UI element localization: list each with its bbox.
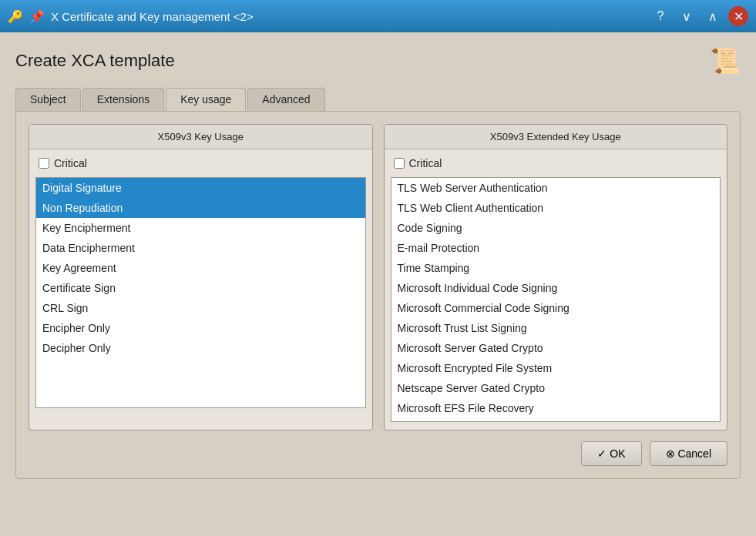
key-usage-critical-label: Critical [54, 157, 87, 169]
list-item[interactable]: CRL Sign [36, 298, 365, 318]
page-title-row: Create XCA template 📜 [15, 46, 741, 75]
tab-bar: Subject Extensions Key usage Advanced [15, 88, 741, 111]
list-item[interactable]: Digital Signature [36, 178, 365, 198]
list-item[interactable]: Data Encipherment [36, 238, 365, 258]
tab-advanced[interactable]: Advanced [247, 88, 324, 111]
main-content: Create XCA template 📜 Subject Extensions… [0, 32, 756, 493]
ext-key-usage-critical-row: Critical [391, 157, 721, 169]
list-item[interactable]: Microsoft Encrypted File System [391, 358, 721, 378]
extended-key-usage-list[interactable]: TLS Web Server Authentication TLS Web Cl… [391, 177, 721, 422]
key-usage-critical-row: Critical [35, 157, 366, 169]
tab-subject[interactable]: Subject [15, 88, 81, 111]
list-item[interactable]: Microsoft EFS File Recovery [391, 398, 721, 418]
titlebar: 🔑 📌 X Certificate and Key management <2>… [0, 0, 756, 32]
lock-icon: 🔑 [8, 8, 23, 24]
ext-key-usage-critical-label: Critical [409, 157, 442, 169]
list-item[interactable]: Netscape Server Gated Crypto [391, 378, 721, 398]
list-item[interactable]: TLS Web Server Authentication [391, 178, 721, 198]
key-usage-content: Critical Digital Signature Non Repudiati… [29, 149, 372, 416]
titlebar-left: 🔑 📌 X Certificate and Key management <2> [8, 8, 254, 24]
tab-key-usage[interactable]: Key usage [166, 88, 246, 111]
list-item[interactable]: Key Encipherment [36, 218, 365, 238]
footer: ✓ OK ⊗ Cancel [29, 430, 727, 466]
ext-key-usage-critical-checkbox[interactable] [394, 158, 405, 169]
help-button[interactable]: ? [650, 5, 671, 27]
cancel-button[interactable]: ⊗ Cancel [650, 441, 727, 466]
list-item[interactable]: Key Agreement [36, 258, 365, 278]
extended-key-usage-content: Critical TLS Web Server Authentication T… [385, 149, 727, 430]
key-usage-group: X509v3 Key Usage Critical Digital Signat… [29, 124, 373, 430]
maximize-button[interactable]: ∧ [702, 5, 724, 27]
key-usage-critical-checkbox[interactable] [39, 158, 49, 169]
list-item[interactable]: Code Signing [391, 218, 721, 238]
list-item[interactable]: Certificate Sign [36, 278, 365, 298]
extended-key-usage-group: X509v3 Extended Key Usage Critical TLS W… [384, 124, 728, 430]
list-item[interactable]: Time Stamping [391, 258, 721, 278]
columns: X509v3 Key Usage Critical Digital Signat… [29, 124, 727, 430]
key-usage-title: X509v3 Key Usage [29, 125, 372, 149]
list-item[interactable]: Encipher Only [36, 318, 365, 338]
panel-area: X509v3 Key Usage Critical Digital Signat… [15, 111, 741, 479]
key-usage-list[interactable]: Digital Signature Non Repudiation Key En… [35, 177, 366, 408]
page-title: Create XCA template [15, 51, 175, 71]
list-item[interactable]: Non Repudiation [36, 198, 365, 218]
titlebar-title: X Certificate and Key management <2> [51, 10, 254, 23]
minimize-button[interactable]: ∨ [676, 5, 697, 27]
ok-button[interactable]: ✓ OK [581, 441, 641, 466]
list-item[interactable]: Microsoft Commercial Code Signing [391, 298, 721, 318]
pin-icon: 📌 [29, 8, 45, 24]
tab-extensions[interactable]: Extensions [82, 88, 164, 111]
extended-key-usage-title: X509v3 Extended Key Usage [385, 125, 727, 149]
close-button[interactable]: ✕ [728, 6, 748, 26]
list-item[interactable]: Microsoft Individual Code Signing [391, 278, 721, 298]
list-item[interactable]: Microsoft Server Gated Crypto [391, 338, 721, 358]
titlebar-controls: ? ∨ ∧ ✕ [650, 5, 748, 27]
list-item[interactable]: Microsoft Trust List Signing [391, 318, 721, 338]
list-item[interactable]: Decipher Only [36, 338, 365, 358]
xca-logo: 📜 [710, 46, 741, 75]
list-item[interactable]: E-mail Protection [391, 238, 721, 258]
list-item[interactable]: TLS Web Client Authentication [391, 198, 721, 218]
